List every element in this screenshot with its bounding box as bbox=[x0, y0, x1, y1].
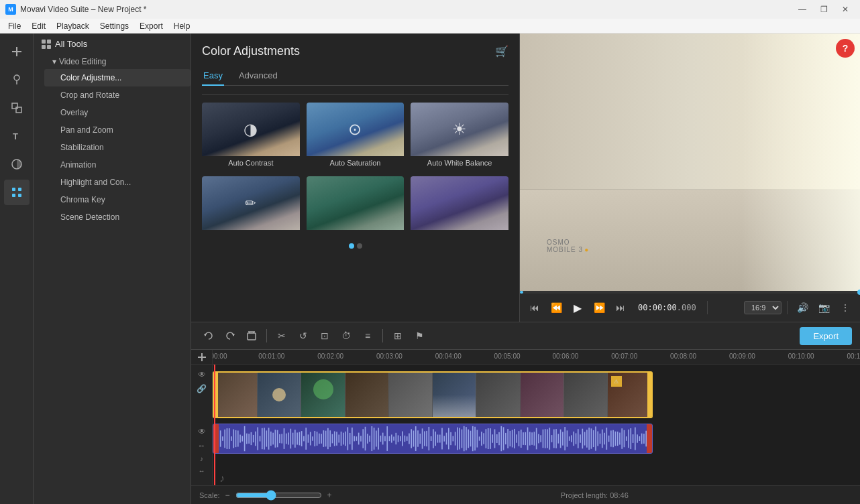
svg-rect-124 bbox=[439, 435, 441, 443]
eye-icon[interactable]: 👁 bbox=[197, 369, 207, 381]
tool-highlight-contrast[interactable]: Highlight and Con... bbox=[44, 174, 191, 191]
audio-link-icon[interactable]: ↔ bbox=[197, 440, 207, 452]
tool-chroma-key[interactable]: Chroma Key bbox=[44, 191, 191, 208]
menu-edit[interactable]: Edit bbox=[26, 20, 51, 32]
svg-rect-8 bbox=[12, 188, 15, 191]
cart-icon[interactable]: 🛒 bbox=[495, 45, 508, 58]
export-button[interactable]: Export bbox=[800, 327, 852, 345]
delete-button[interactable] bbox=[242, 326, 261, 345]
skip-to-end-button[interactable]: ⏭ bbox=[611, 298, 630, 317]
svg-rect-135 bbox=[464, 426, 465, 451]
tool-stabilization[interactable]: Stabilization bbox=[44, 139, 191, 156]
menubar: File Edit Playback Settings Export Help bbox=[0, 19, 860, 34]
preset-auto-contrast[interactable]: Auto Contrast bbox=[202, 103, 300, 170]
add-media-icon[interactable] bbox=[4, 39, 30, 64]
preset-4-label bbox=[202, 230, 300, 235]
redo-button[interactable] bbox=[221, 326, 239, 345]
eye-icon-2[interactable]: 👁 bbox=[197, 426, 207, 438]
scale-plus[interactable]: + bbox=[327, 491, 332, 500]
svg-rect-145 bbox=[486, 429, 487, 448]
menu-playback[interactable]: Playback bbox=[51, 20, 95, 32]
redo2-button[interactable]: ↺ bbox=[294, 326, 313, 345]
audio-right-handle[interactable] bbox=[647, 424, 652, 453]
tool-animation[interactable]: Animation bbox=[44, 156, 191, 174]
overlay-icon[interactable] bbox=[4, 95, 30, 121]
preset-4[interactable] bbox=[202, 176, 300, 235]
play-button[interactable]: ▶ bbox=[568, 298, 587, 317]
step-forward-button[interactable]: ⏩ bbox=[590, 298, 608, 317]
link-icon[interactable]: 🔗 bbox=[195, 383, 208, 395]
close-button[interactable]: ✕ bbox=[836, 3, 855, 16]
step-back-button[interactable]: ⏪ bbox=[547, 298, 566, 317]
svg-rect-9 bbox=[18, 188, 21, 191]
svg-rect-86 bbox=[356, 436, 358, 441]
svg-rect-152 bbox=[500, 426, 502, 451]
menu-export[interactable]: Export bbox=[134, 20, 168, 32]
crop-button[interactable]: ⊡ bbox=[315, 326, 334, 345]
volume-button[interactable]: 🔊 bbox=[793, 298, 812, 317]
svg-marker-13 bbox=[232, 334, 235, 336]
tool-scene-detection[interactable]: Scene Detection bbox=[44, 208, 191, 226]
presets-grid: Auto Contrast Auto Saturation Auto White… bbox=[202, 103, 508, 235]
pip-button[interactable]: ⊞ bbox=[388, 326, 407, 345]
text-icon[interactable]: T bbox=[4, 123, 30, 149]
tool-overlay[interactable]: Overlay bbox=[44, 104, 191, 121]
transitions-icon[interactable] bbox=[4, 151, 30, 177]
svg-rect-31 bbox=[235, 430, 237, 447]
tool-crop-rotate[interactable]: Crop and Rotate bbox=[44, 86, 191, 104]
video-clip[interactable]: ⚠ bbox=[213, 371, 653, 418]
clip-right-handle[interactable] bbox=[647, 373, 651, 417]
flag-button[interactable]: ⚑ bbox=[410, 326, 429, 345]
svg-rect-55 bbox=[288, 432, 289, 444]
svg-rect-174 bbox=[549, 428, 550, 450]
video-editing-header[interactable]: ▾ Video Editing bbox=[44, 54, 191, 69]
svg-rect-78 bbox=[338, 435, 339, 443]
scale-slider[interactable] bbox=[235, 490, 322, 501]
svg-rect-118 bbox=[426, 431, 427, 446]
playhead[interactable] bbox=[214, 365, 215, 485]
svg-rect-99 bbox=[384, 436, 386, 442]
svg-rect-163 bbox=[525, 432, 526, 445]
svg-rect-46 bbox=[268, 428, 270, 449]
preset-5[interactable] bbox=[307, 176, 405, 235]
cut-button[interactable]: ✂ bbox=[272, 326, 291, 345]
preset-auto-saturation[interactable]: Auto Saturation bbox=[307, 103, 405, 170]
pin-icon[interactable] bbox=[4, 67, 30, 92]
menu-file[interactable]: File bbox=[3, 20, 26, 32]
snapshot-button[interactable]: 📷 bbox=[814, 298, 833, 317]
scroll-dot-2 bbox=[357, 243, 362, 249]
svg-rect-62 bbox=[303, 436, 305, 442]
svg-rect-120 bbox=[431, 436, 432, 441]
preset-6[interactable] bbox=[411, 176, 508, 235]
help-button[interactable]: ? bbox=[836, 39, 855, 58]
scale-minus[interactable]: − bbox=[225, 491, 230, 500]
maximize-button[interactable]: ❐ bbox=[814, 3, 833, 16]
apps-icon[interactable] bbox=[4, 180, 30, 205]
tool-color-adjustments[interactable]: Color Adjustme... bbox=[44, 69, 191, 86]
all-tools-header[interactable]: All Tools bbox=[34, 34, 191, 54]
time-mark-1: 00:01:00 bbox=[258, 353, 284, 360]
minimize-button[interactable]: — bbox=[793, 3, 812, 16]
color-button[interactable]: ⏱ bbox=[337, 326, 356, 345]
menu-settings[interactable]: Settings bbox=[95, 20, 134, 32]
music-icon[interactable]: ♪ bbox=[199, 454, 205, 464]
tab-advanced[interactable]: Advanced bbox=[237, 66, 279, 86]
link-icon-2[interactable]: ↔ bbox=[197, 466, 207, 476]
svg-rect-106 bbox=[400, 436, 401, 442]
menu-help[interactable]: Help bbox=[168, 20, 196, 32]
tool-pan-zoom[interactable]: Pan and Zoom bbox=[44, 121, 191, 139]
more-options-button[interactable]: ⋮ bbox=[836, 298, 855, 317]
tab-easy[interactable]: Easy bbox=[202, 66, 224, 86]
video-track-controls: 👁 🔗 bbox=[195, 369, 208, 395]
svg-rect-150 bbox=[496, 434, 498, 443]
audio-clip[interactable]: // Will be rendered via inline generatio… bbox=[213, 424, 653, 454]
svg-rect-125 bbox=[441, 428, 443, 450]
aspect-ratio-select[interactable]: 16:9 4:3 1:1 bbox=[744, 301, 782, 314]
add-track-button[interactable] bbox=[191, 350, 213, 365]
undo-button[interactable] bbox=[199, 326, 218, 345]
svg-rect-211 bbox=[630, 428, 631, 449]
filter-button[interactable]: ≡ bbox=[358, 326, 377, 345]
svg-rect-59 bbox=[297, 432, 298, 444]
skip-to-start-button[interactable]: ⏮ bbox=[525, 298, 544, 317]
preset-auto-white-balance[interactable]: Auto White Balance bbox=[411, 103, 508, 170]
